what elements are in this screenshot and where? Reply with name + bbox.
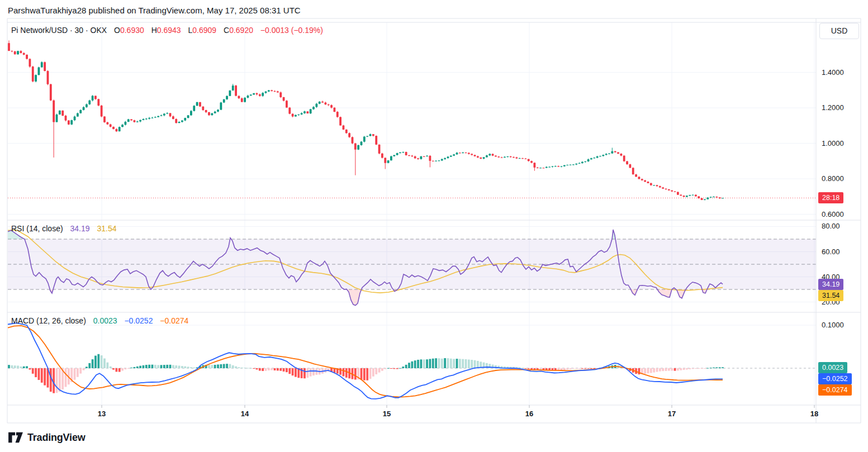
rsi-value: 34.19 xyxy=(70,224,89,233)
macd-legend[interactable]: MACD (12, 26, close) 0.0023 −0.0252 −0.0… xyxy=(11,316,188,325)
macd-value: −0.0252 xyxy=(124,316,153,325)
open-value: 0.6930 xyxy=(120,26,144,35)
countdown-badge: 28:18 xyxy=(818,192,843,203)
time-tick-label: 14 xyxy=(241,410,249,418)
rsi-title[interactable]: RSI (14, close) xyxy=(11,224,63,233)
time-tick-label: 18 xyxy=(810,410,818,418)
macd-title[interactable]: MACD (12, 26, close) xyxy=(11,316,86,325)
price-tick-label: 1.2000 xyxy=(822,103,844,112)
tradingview-published-chart: ParshwaTurakhiya28 published on TradingV… xyxy=(0,0,868,452)
close-value: 0.6920 xyxy=(229,26,253,35)
rsi-legend[interactable]: RSI (14, close) 34.19 31.54 xyxy=(11,224,116,233)
low-value: 0.6909 xyxy=(192,26,216,35)
price-tick-label: 1.4000 xyxy=(822,68,844,77)
macd-line-badge: −0.0252 xyxy=(818,373,852,384)
price-tick-label: 0.8000 xyxy=(822,174,844,183)
price-tick-label: 1.0000 xyxy=(822,139,844,148)
rsi-value-badge: 34.19 xyxy=(818,279,843,290)
rsi-tick-label: 80.00 xyxy=(822,222,840,230)
macd-hist-value: 0.0023 xyxy=(93,316,117,325)
price-tick-label: 0.6000 xyxy=(822,210,844,218)
close-label: C xyxy=(224,26,229,35)
open-label: O xyxy=(114,26,120,35)
macd-tick-label: 0.1000 xyxy=(822,321,844,329)
macd-hist-badge: 0.0023 xyxy=(818,362,847,373)
brand-name[interactable]: TradingView xyxy=(27,432,86,444)
high-label: H xyxy=(151,26,157,35)
rsi-ma-value-badge: 31.54 xyxy=(818,290,843,301)
macd-signal-value: −0.0274 xyxy=(160,316,188,325)
macd-signal-badge: −0.0274 xyxy=(818,384,852,396)
tradingview-logo-icon xyxy=(8,431,23,444)
price-legend[interactable]: Pi Network/USD · 30 · OKX O0.6930 H0.694… xyxy=(11,26,323,35)
chart-canvas[interactable] xyxy=(0,0,868,452)
rsi-tick-label: 60.00 xyxy=(822,248,840,256)
time-tick-label: 13 xyxy=(98,410,106,418)
tradingview-footer: TradingView xyxy=(8,431,86,444)
time-tick-label: 17 xyxy=(668,410,676,418)
rsi-ma-value: 31.54 xyxy=(97,224,116,233)
symbol-title[interactable]: Pi Network/USD · 30 · OKX xyxy=(11,26,107,35)
change-value: −0.0013 (−0.19%) xyxy=(260,26,323,35)
time-tick-label: 15 xyxy=(383,410,391,418)
high-value: 0.6943 xyxy=(157,26,181,35)
currency-toggle-button[interactable]: USD xyxy=(819,23,859,39)
time-tick-label: 16 xyxy=(525,410,533,418)
